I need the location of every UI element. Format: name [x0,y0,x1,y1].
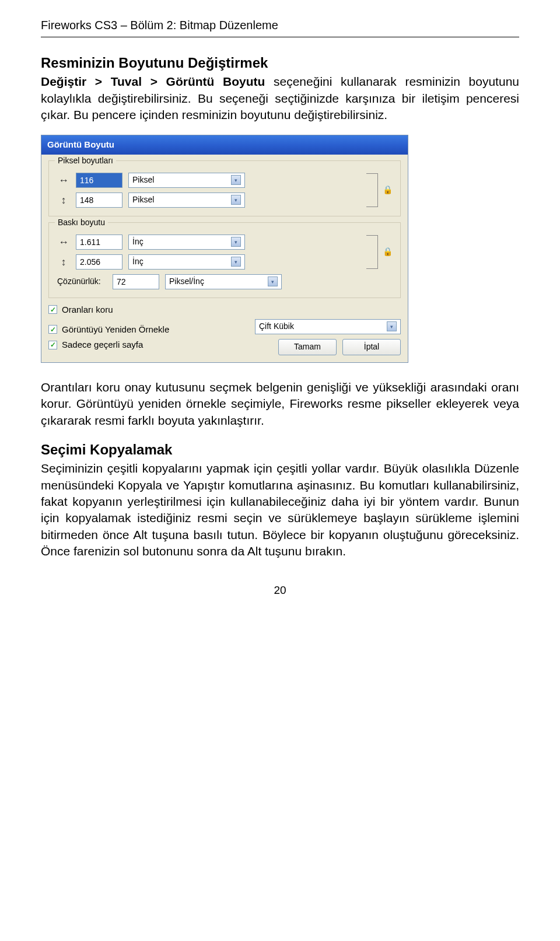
pixel-dimensions-label: Piksel boyutları [55,155,116,166]
print-width-unit-label: İnç [132,236,144,247]
link-bracket-icon [366,235,378,269]
resolution-row: Çözünürlük: Piksel/İnç ▾ [57,274,392,289]
vertical-icon: ↕ [57,193,70,207]
constrain-proportions-checkbox[interactable]: ✓ [48,305,57,314]
resample-method-label: Çift Kübik [259,321,294,332]
pixel-width-input[interactable] [76,173,123,188]
section-title-copy: Seçimi Kopyalamak [41,440,519,459]
resample-row: ✓ Görüntüyü Yeniden Örnekle [48,324,243,335]
chevron-down-icon[interactable]: ▾ [387,321,397,331]
header-rule [41,37,519,37]
width-row: ↔ Piksel ▾ [57,173,364,188]
section1-paragraph: Değiştir > Tuval > Görüntü Boyutu seçene… [41,74,519,123]
pixel-dimensions-group: Piksel boyutları ↔ Piksel ▾ ↕ [48,160,401,216]
menu-path: Değiştir > Tuval > Görüntü Boyutu [41,75,265,88]
current-page-row: ✓ Sadece geçerli sayfa [48,339,243,351]
print-size-label: Baskı boyutu [55,217,108,228]
resolution-label: Çözünürlük: [57,276,107,287]
pixel-height-unit-select[interactable]: Piksel ▾ [128,193,245,208]
pixel-height-input[interactable] [76,193,123,208]
print-width-row: ↔ İnç ▾ [57,235,364,250]
chevron-down-icon[interactable]: ▾ [231,257,241,267]
constrain-proportions-row: ✓ Oranları koru [48,304,401,316]
height-row: ↕ Piksel ▾ [57,193,364,208]
resample-checkbox[interactable]: ✓ [48,325,57,334]
ok-button[interactable]: Tamam [278,339,337,355]
print-height-input[interactable] [76,254,123,270]
chevron-down-icon[interactable]: ▾ [231,237,241,247]
dialog-body: Piksel boyutları ↔ Piksel ▾ ↕ [41,155,408,362]
chevron-down-icon[interactable]: ▾ [268,277,278,286]
resolution-unit-label: Piksel/İnç [169,276,204,287]
image-size-dialog: Görüntü Boyutu Piksel boyutları ↔ Piksel… [41,135,408,363]
current-page-checkbox[interactable]: ✓ [48,341,57,349]
print-height-unit-select[interactable]: İnç ▾ [128,254,245,270]
resolution-input[interactable] [113,274,159,289]
chevron-down-icon[interactable]: ▾ [231,175,241,185]
horizontal-icon: ↔ [57,173,70,187]
link-bracket-icon [366,173,378,207]
print-height-row: ↕ İnç ▾ [57,254,364,270]
page-header: Fireworks CS3 – Bölüm 2: Bitmap Düzenlem… [41,18,519,33]
horizontal-icon: ↔ [57,235,70,249]
lock-icon[interactable]: 🔒 [383,247,392,257]
cancel-button[interactable]: İptal [342,339,401,355]
pixel-width-unit-select[interactable]: Piksel ▾ [128,173,245,188]
print-size-group: Baskı boyutu ↔ İnç ▾ ↕ [48,222,401,298]
resample-method-select[interactable]: Çift Kübik ▾ [255,319,401,334]
resolution-unit-select[interactable]: Piksel/İnç ▾ [165,274,282,289]
pixel-width-unit-label: Piksel [132,174,154,186]
lock-icon[interactable]: 🔒 [383,186,392,195]
current-page-label: Sadece geçerli sayfa [62,339,143,351]
paragraph-ratios: Orantıları koru onay kutusunu seçmek bel… [41,379,519,429]
section2-paragraph: Seçiminizin çeşitli kopyalarını yapmak i… [41,460,519,559]
print-width-input[interactable] [76,235,123,250]
dialog-titlebar[interactable]: Görüntü Boyutu [41,135,408,154]
section-title-resize: Resminizin Boyutunu Değiştirmek [41,54,519,72]
pixel-height-unit-label: Piksel [132,194,154,205]
resample-label: Görüntüyü Yeniden Örnekle [62,324,169,335]
vertical-icon: ↕ [57,255,70,269]
chevron-down-icon[interactable]: ▾ [231,195,241,205]
print-width-unit-select[interactable]: İnç ▾ [128,235,245,250]
print-height-unit-label: İnç [132,256,144,267]
page-number: 20 [41,583,519,598]
constrain-proportions-label: Oranları koru [62,304,113,316]
